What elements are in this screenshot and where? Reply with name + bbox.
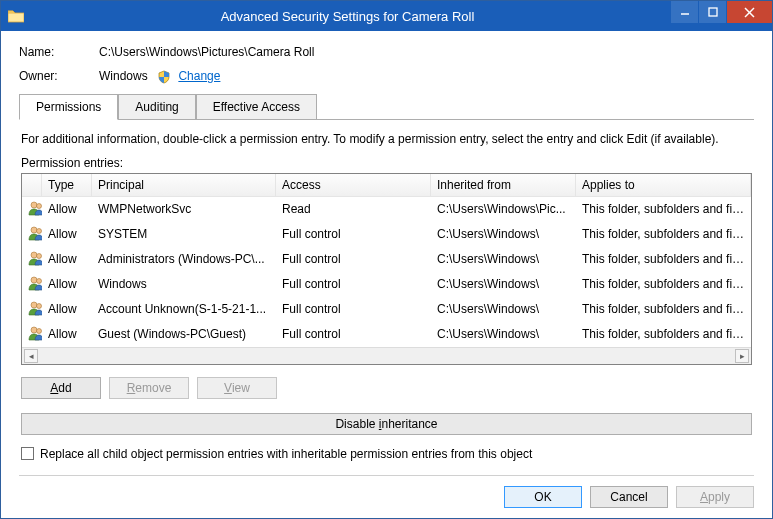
cell-applies: This folder, subfolders and files <box>576 275 751 293</box>
cell-principal: Account Unknown(S-1-5-21-1... <box>92 300 276 318</box>
user-icon <box>22 298 42 321</box>
cell-applies: This folder, subfolders and files <box>576 300 751 318</box>
window-title: Advanced Security Settings for Camera Ro… <box>33 9 772 24</box>
name-row: Name: C:\Users\Windows\Pictures\Camera R… <box>19 45 754 59</box>
tab-permissions[interactable]: Permissions <box>19 94 118 120</box>
table-row[interactable]: AllowWMPNetworkSvcReadC:\Users\Windows\P… <box>22 197 751 222</box>
cell-type: Allow <box>42 250 92 268</box>
table-row[interactable]: AllowAdministrators (Windows-PC\...Full … <box>22 247 751 272</box>
remove-button-rest: emove <box>135 381 171 395</box>
cell-inherited: C:\Users\Windows\ <box>431 225 576 243</box>
cell-principal: Guest (Windows-PC\Guest) <box>92 325 276 343</box>
column-principal[interactable]: Principal <box>92 174 276 196</box>
disable-inheritance-row: Disable inheritance <box>21 413 752 435</box>
close-button[interactable] <box>726 1 772 23</box>
column-icon[interactable] <box>22 174 42 196</box>
replace-checkbox-row: Replace all child object permission entr… <box>21 447 752 461</box>
column-type[interactable]: Type <box>42 174 92 196</box>
add-button[interactable]: Add <box>21 377 101 399</box>
shield-icon <box>157 70 171 84</box>
folder-icon <box>7 7 25 25</box>
svg-point-13 <box>37 303 42 308</box>
user-icon <box>22 248 42 271</box>
cell-type: Allow <box>42 300 92 318</box>
scroll-left-icon[interactable]: ◂ <box>24 349 38 363</box>
cell-applies: This folder, subfolders and files <box>576 325 751 343</box>
cell-principal: WMPNetworkSvc <box>92 200 276 218</box>
svg-point-5 <box>37 203 42 208</box>
add-button-rest: dd <box>58 381 71 395</box>
entry-buttons: Add Remove View <box>21 377 752 399</box>
column-access[interactable]: Access <box>276 174 431 196</box>
cancel-button[interactable]: Cancel <box>590 486 668 508</box>
cell-access: Full control <box>276 250 431 268</box>
maximize-button[interactable] <box>698 1 726 23</box>
tab-strip: Permissions Auditing Effective Access <box>19 94 754 120</box>
owner-name: Windows <box>99 69 148 83</box>
table-header: Type Principal Access Inherited from App… <box>22 174 751 197</box>
replace-checkbox-label: Replace all child object permission entr… <box>40 447 532 461</box>
cell-type: Allow <box>42 275 92 293</box>
disable-inheritance-button[interactable]: Disable inheritance <box>21 413 752 435</box>
svg-point-11 <box>37 278 42 283</box>
user-icon <box>22 223 42 246</box>
svg-rect-1 <box>709 8 717 16</box>
cell-principal: Administrators (Windows-PC\... <box>92 250 276 268</box>
table-row[interactable]: AllowWindowsFull controlC:\Users\Windows… <box>22 272 751 297</box>
svg-point-4 <box>31 202 37 208</box>
window-controls <box>670 1 772 23</box>
minimize-button[interactable] <box>670 1 698 23</box>
svg-point-8 <box>31 252 37 258</box>
entries-label: Permission entries: <box>21 156 752 170</box>
svg-point-12 <box>31 302 37 308</box>
view-button[interactable]: View <box>197 377 277 399</box>
permissions-table: Type Principal Access Inherited from App… <box>21 173 752 365</box>
cell-applies: This folder, subfolders and files <box>576 200 751 218</box>
horizontal-scrollbar[interactable]: ◂ ▸ <box>22 347 751 364</box>
replace-checkbox[interactable] <box>21 447 34 460</box>
scroll-right-icon[interactable]: ▸ <box>735 349 749 363</box>
cell-inherited: C:\Users\Windows\Pic... <box>431 200 576 218</box>
table-row[interactable]: AllowAccount Unknown(S-1-5-21-1...Full c… <box>22 297 751 322</box>
owner-row: Owner: Windows Change <box>19 69 754 84</box>
owner-value: Windows Change <box>99 69 220 84</box>
cell-applies: This folder, subfolders and files <box>576 250 751 268</box>
cell-type: Allow <box>42 225 92 243</box>
svg-point-9 <box>37 253 42 258</box>
tab-auditing[interactable]: Auditing <box>118 94 195 119</box>
svg-point-7 <box>37 228 42 233</box>
svg-point-15 <box>37 328 42 333</box>
footer-buttons: OK Cancel Apply <box>19 475 754 508</box>
table-row[interactable]: AllowGuest (Windows-PC\Guest)Full contro… <box>22 322 751 347</box>
table-body: AllowWMPNetworkSvcReadC:\Users\Windows\P… <box>22 197 751 347</box>
table-row[interactable]: AllowSYSTEMFull controlC:\Users\Windows\… <box>22 222 751 247</box>
cell-principal: Windows <box>92 275 276 293</box>
content-area: Name: C:\Users\Windows\Pictures\Camera R… <box>1 31 772 519</box>
apply-button-rest: pply <box>708 490 730 504</box>
info-text: For additional information, double-click… <box>21 132 752 146</box>
column-applies[interactable]: Applies to <box>576 174 751 196</box>
column-inherited[interactable]: Inherited from <box>431 174 576 196</box>
apply-button[interactable]: Apply <box>676 486 754 508</box>
cell-inherited: C:\Users\Windows\ <box>431 325 576 343</box>
view-button-rest: iew <box>232 381 250 395</box>
svg-point-14 <box>31 327 37 333</box>
cell-access: Full control <box>276 225 431 243</box>
cell-type: Allow <box>42 200 92 218</box>
name-value: C:\Users\Windows\Pictures\Camera Roll <box>99 45 314 59</box>
cell-inherited: C:\Users\Windows\ <box>431 300 576 318</box>
cell-inherited: C:\Users\Windows\ <box>431 250 576 268</box>
cell-principal: SYSTEM <box>92 225 276 243</box>
name-label: Name: <box>19 45 99 59</box>
owner-label: Owner: <box>19 69 99 83</box>
titlebar: Advanced Security Settings for Camera Ro… <box>1 1 772 31</box>
ok-button[interactable]: OK <box>504 486 582 508</box>
change-owner-link[interactable]: Change <box>178 69 220 83</box>
remove-button[interactable]: Remove <box>109 377 189 399</box>
cell-type: Allow <box>42 325 92 343</box>
tab-effective-access[interactable]: Effective Access <box>196 94 317 119</box>
cell-access: Full control <box>276 300 431 318</box>
cell-access: Read <box>276 200 431 218</box>
cell-applies: This folder, subfolders and files <box>576 225 751 243</box>
tab-body: For additional information, double-click… <box>19 120 754 461</box>
